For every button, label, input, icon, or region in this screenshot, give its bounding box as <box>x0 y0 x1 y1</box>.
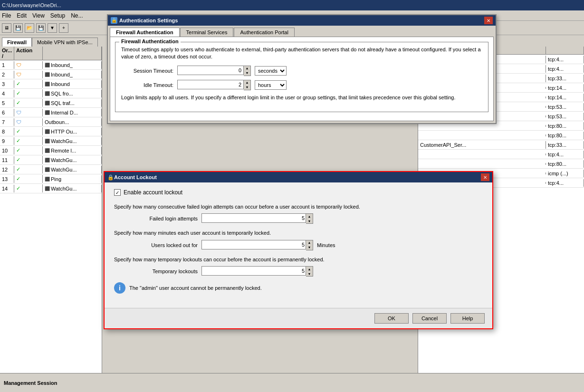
row-name: Outboun... <box>43 118 102 126</box>
table-row[interactable]: 12 ✓ ⬛WatchGu... <box>0 165 102 174</box>
session-timeout-unit-select[interactable]: seconds minutes hours <box>255 66 287 76</box>
login-limit-description: Login limits apply to all users. If you … <box>121 94 482 101</box>
row-type-icon: ⬛ <box>45 91 50 96</box>
idle-timeout-input[interactable] <box>177 80 244 89</box>
users-locked-up[interactable]: ▲ <box>306 240 313 245</box>
timeout-description: Timeout settings apply to users who auth… <box>121 46 482 61</box>
col-or: Or... / <box>0 47 14 60</box>
failed-attempts-down[interactable]: ▼ <box>306 219 313 223</box>
table-row[interactable]: 10 ✓ ⬛Remote l... <box>0 146 102 155</box>
tab-terminal-services[interactable]: Terminal Services <box>180 28 234 37</box>
table-row[interactable]: 6 🛡 ⬛Internal D... <box>0 108 102 117</box>
table-row[interactable]: 7 🛡 Outboun... <box>0 117 102 127</box>
idle-timeout-unit-select[interactable]: seconds minutes hours <box>255 80 287 90</box>
conn-proto: tcp:80... <box>546 122 584 130</box>
row-action: ✓ <box>14 146 43 154</box>
conn-row[interactable]: tcp:80... <box>418 159 584 169</box>
row-name: ⬛Remote l... <box>43 147 102 154</box>
table-row[interactable]: 13 ✓ ⬛Ping <box>0 174 102 184</box>
table-row[interactable]: 9 ✓ ⬛WatchGu... <box>0 136 102 146</box>
tab-mobile-vpn[interactable]: Mobile VPN with IPSe... <box>32 38 98 47</box>
table-row[interactable]: 4 ✓ ⬛SQL fro... <box>0 89 102 98</box>
check-icon: ✓ <box>16 100 20 106</box>
row-num: 11 <box>0 156 14 164</box>
row-type-icon: ⬛ <box>45 186 50 191</box>
check-icon: ✓ <box>16 81 20 87</box>
auth-dialog-close-button[interactable]: ✕ <box>484 17 493 24</box>
table-row[interactable]: 8 ✓ ⬛HTTP Ou... <box>0 127 102 136</box>
users-locked-input[interactable] <box>201 240 306 249</box>
row-name: ⬛SQL traf... <box>43 99 102 107</box>
conn-row[interactable]: tcp:4... <box>418 150 584 159</box>
toolbar-btn-2[interactable]: 💾 <box>13 23 23 33</box>
row-type-icon: ⬛ <box>45 101 50 105</box>
session-timeout-down[interactable]: ▼ <box>244 71 250 76</box>
tab-firewall-auth[interactable]: Firewall Authentication <box>110 28 180 37</box>
menu-setup[interactable]: Setup <box>50 12 65 19</box>
session-timeout-input[interactable] <box>177 66 244 75</box>
conn-proto: tcp:4... <box>546 56 584 63</box>
conn-row[interactable]: tcp:80... <box>418 131 584 140</box>
table-row[interactable]: 1 🛡 ⬛Inbound_ <box>0 60 102 70</box>
temp-lockouts-up[interactable]: ▲ <box>306 267 313 271</box>
table-row[interactable]: 11 ✓ ⬛WatchGu... <box>0 155 102 165</box>
row-type-icon: ⬛ <box>45 167 50 172</box>
menu-view[interactable]: View <box>32 12 45 19</box>
table-row[interactable]: 14 ✓ ⬛WatchGu... <box>0 184 102 193</box>
lockout-content: ✓ Enable account lockout Specify how man… <box>105 182 492 308</box>
failed-attempts-up[interactable]: ▲ <box>306 214 313 219</box>
auth-dialog-icon: 🔒 <box>111 17 117 24</box>
temp-lockouts-spinner: ▲ ▼ <box>201 266 313 277</box>
admin-info-text: The "admin" user account cannot be perma… <box>129 285 262 291</box>
row-action: ✓ <box>14 137 43 145</box>
row-num: 10 <box>0 147 14 154</box>
row-action: ✓ <box>14 156 43 164</box>
enable-lockout-label: Enable account lockout <box>124 189 182 196</box>
toolbar-btn-5[interactable]: ▼ <box>48 23 57 33</box>
temp-lockouts-down[interactable]: ▼ <box>306 271 313 276</box>
idle-timeout-up[interactable]: ▲ <box>244 80 250 85</box>
row-name: ⬛WatchGu... <box>43 137 102 145</box>
ok-button[interactable]: OK <box>374 313 409 324</box>
table-row[interactable]: 2 🛡 ⬛Inbound_ <box>0 70 102 79</box>
users-locked-down[interactable]: ▼ <box>306 245 313 250</box>
conn-dest <box>418 125 546 127</box>
enable-lockout-checkbox[interactable]: ✓ <box>114 189 121 196</box>
tab-auth-portal[interactable]: Authentication Portal <box>234 28 295 37</box>
toolbar-btn-1[interactable]: 🖥 <box>2 23 11 33</box>
lockout-close-button[interactable]: ✕ <box>481 173 489 181</box>
lockout-title-bar: 🔒 Account Lockout ✕ <box>105 172 492 182</box>
shield-orange-icon: 🛡 <box>16 72 21 77</box>
menu-network[interactable]: Ne... <box>71 12 83 19</box>
idle-timeout-row: Idle Timeout: ▲ ▼ seconds minutes hours <box>121 80 482 90</box>
conn-proto: tcp:80... <box>546 160 584 168</box>
idle-timeout-spinner: ▲ ▼ <box>177 80 251 90</box>
row-type-icon: ⬛ <box>45 148 50 153</box>
table-row[interactable]: 5 ✓ ⬛SQL traf... <box>0 98 102 108</box>
toolbar-btn-6[interactable]: + <box>59 23 68 33</box>
conn-col-proto <box>546 47 584 54</box>
conn-row[interactable]: CustomerAPI_Ser... tcp:33... <box>418 140 584 150</box>
conn-dest <box>418 134 546 136</box>
row-num: 1 <box>0 61 14 69</box>
help-button[interactable]: Help <box>450 313 485 324</box>
col-name <box>43 47 102 60</box>
idle-timeout-down[interactable]: ▼ <box>244 85 250 90</box>
row-type-icon: ⬛ <box>45 158 50 163</box>
table-row[interactable]: 3 ✓ ⬛Inbound <box>0 79 102 89</box>
failed-attempts-arrows: ▲ ▼ <box>306 213 313 224</box>
failed-attempts-description: Specify how many consecutive failed logi… <box>114 203 483 210</box>
session-timeout-row: Session Timeout: ▲ ▼ seconds minutes hou… <box>121 66 482 76</box>
toolbar-btn-3[interactable]: 📂 <box>25 23 34 33</box>
session-timeout-up[interactable]: ▲ <box>244 66 250 71</box>
toolbar-btn-4[interactable]: 💾 <box>36 23 46 33</box>
temp-lockouts-input[interactable] <box>201 266 306 276</box>
menu-edit[interactable]: Edit <box>17 12 27 19</box>
cancel-button[interactable]: Cancel <box>412 313 447 324</box>
row-action: 🛡 <box>14 61 43 69</box>
row-num: 13 <box>0 175 14 183</box>
menu-file[interactable]: File <box>2 12 11 19</box>
failed-attempts-input[interactable] <box>201 213 306 223</box>
conn-dest <box>418 153 546 155</box>
tab-firewall[interactable]: Firewall <box>2 38 32 47</box>
